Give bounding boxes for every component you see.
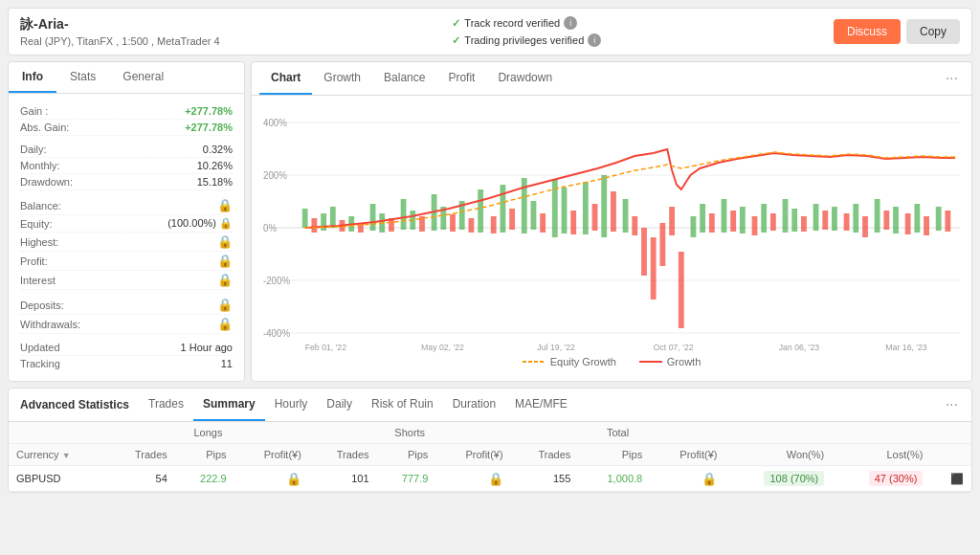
stats-tab-risk[interactable]: Risk of Ruin <box>362 388 443 421</box>
stats-tab-bar: Advanced Statistics Trades Summary Hourl… <box>9 388 971 422</box>
svg-rect-75 <box>893 207 899 233</box>
abs-gain-value: +277.78% <box>185 122 233 133</box>
col-longs-trades: Trades <box>107 444 175 466</box>
svg-rect-46 <box>601 175 607 237</box>
svg-text:May 02, '22: May 02, '22 <box>421 343 464 352</box>
svg-text:Jan 06, '23: Jan 06, '23 <box>779 343 819 352</box>
monthly-label: Monthly: <box>20 160 60 171</box>
monthly-value: 10.26% <box>197 160 233 171</box>
stats-tab-trades[interactable]: Trades <box>139 388 193 421</box>
chart-tab-growth[interactable]: Growth <box>312 62 372 95</box>
currency-cell: GBPUSD <box>9 466 107 492</box>
svg-rect-56 <box>700 204 705 233</box>
updated-label: Updated <box>20 342 60 353</box>
svg-rect-69 <box>832 207 837 231</box>
chart-legend: Equity Growth Growth <box>263 356 960 367</box>
tab-stats[interactable]: Stats <box>56 62 109 93</box>
stats-more-icon[interactable]: ··· <box>940 390 964 419</box>
svg-rect-71 <box>853 204 858 233</box>
svg-rect-65 <box>791 209 797 232</box>
header-left: 詠-Aria- Real (JPY), TitanFX , 1:500 , Me… <box>20 16 220 47</box>
chart-panel: Chart Growth Balance Profit Drawdown ··· <box>251 61 972 382</box>
svg-rect-37 <box>509 209 515 230</box>
chart-svg-container: 400% 200% 0% -200% -400% Feb 01, '22 May… <box>263 103 960 352</box>
svg-text:-400%: -400% <box>263 328 290 339</box>
shorts-profit-cell: 🔒 <box>435 466 510 492</box>
tracking-value: 11 <box>221 358 233 369</box>
won-cell: 108 (70%) <box>724 466 832 492</box>
gain-row: Gain : +277.78% <box>20 103 233 120</box>
highest-lock-icon: 🔒 <box>217 234 233 249</box>
col-total-profit: Profit(¥) <box>650 444 724 466</box>
profit-lock-icon: 🔒 <box>217 254 233 268</box>
trading-privileges-verified: ✓ Trading privileges verified i <box>452 33 601 47</box>
svg-rect-18 <box>321 213 326 231</box>
svg-rect-48 <box>623 199 629 233</box>
gain-value: +277.78% <box>185 105 233 117</box>
copy-button[interactable]: Copy <box>906 19 960 44</box>
svg-rect-53 <box>669 207 675 235</box>
updated-value: 1 Hour ago <box>181 342 233 353</box>
total-pips-cell: 1,000.8 <box>578 466 650 492</box>
chart-tab-chart[interactable]: Chart <box>259 62 312 95</box>
svg-rect-16 <box>302 209 308 228</box>
svg-rect-73 <box>875 199 880 233</box>
trading-privileges-info-icon[interactable]: i <box>588 33 601 47</box>
svg-rect-34 <box>478 189 483 233</box>
svg-rect-64 <box>783 199 789 233</box>
shorts-trades-cell: 101 <box>309 466 377 492</box>
stats-tab-mae[interactable]: MAE/MFE <box>505 388 577 421</box>
svg-rect-79 <box>936 207 942 231</box>
stats-tab-duration[interactable]: Duration <box>443 388 505 421</box>
svg-rect-54 <box>679 252 684 328</box>
svg-text:-200%: -200% <box>263 276 290 286</box>
won-badge: 108 (70%) <box>764 471 824 486</box>
svg-rect-19 <box>330 207 336 228</box>
lost-badge: 47 (30%) <box>869 471 924 486</box>
longs-pips-cell: 222.9 <box>175 466 234 492</box>
row-copy-icon[interactable]: ⬛ <box>930 466 971 492</box>
svg-rect-59 <box>730 211 736 232</box>
balance-lock-icon: 🔒 <box>217 198 233 212</box>
total-trades-cell: 155 <box>511 466 579 492</box>
total-profit-lock: 🔒 <box>702 472 717 486</box>
svg-rect-80 <box>945 211 950 232</box>
deposits-lock-icon: 🔒 <box>217 298 233 312</box>
tracking-label: Tracking <box>20 358 60 369</box>
drawdown-label: Drawdown: <box>20 176 73 188</box>
col-currency: Currency ▼ <box>9 444 107 466</box>
withdrawals-label: Withdrawals: <box>20 319 80 330</box>
svg-rect-62 <box>761 204 767 233</box>
lost-header-empty <box>832 422 930 444</box>
interest-lock-icon: 🔒 <box>217 273 233 287</box>
info-content: Gain : +277.78% Abs. Gain: +277.78% Dail… <box>9 94 244 381</box>
col-longs-profit: Profit(¥) <box>234 444 309 466</box>
stats-tab-summary[interactable]: Summary <box>193 388 265 421</box>
total-group-header: Total <box>511 422 725 444</box>
svg-text:Jul 19, '22: Jul 19, '22 <box>537 343 575 352</box>
tab-general[interactable]: General <box>109 62 177 93</box>
chart-area: 400% 200% 0% -200% -400% Feb 01, '22 May… <box>252 96 971 371</box>
header-center: ✓ Track record verified i ✓ Trading priv… <box>452 16 601 47</box>
tab-info[interactable]: Info <box>9 62 56 93</box>
chart-tab-balance[interactable]: Balance <box>372 62 436 95</box>
growth-legend-label: Growth <box>667 356 701 367</box>
currency-header <box>9 422 107 444</box>
svg-rect-70 <box>844 213 850 231</box>
stats-tab-hourly[interactable]: Hourly <box>265 388 318 421</box>
svg-rect-67 <box>813 204 819 231</box>
discuss-button[interactable]: Discuss <box>834 19 901 44</box>
left-panel: Info Stats General Gain : +277.78% Abs. … <box>8 61 245 382</box>
chart-tab-drawdown[interactable]: Drawdown <box>486 62 564 95</box>
chart-more-icon[interactable]: ··· <box>940 64 964 93</box>
track-record-info-icon[interactable]: i <box>564 16 577 30</box>
stats-tab-daily[interactable]: Daily <box>317 388 362 421</box>
col-won: Won(%) <box>724 444 832 466</box>
col-longs-pips: Pips <box>175 444 234 466</box>
growth-legend-icon <box>639 357 662 366</box>
chart-tab-profit[interactable]: Profit <box>436 62 486 95</box>
svg-rect-58 <box>722 199 727 233</box>
balance-row: Balance: 🔒 <box>20 196 233 215</box>
col-shorts-pips: Pips <box>377 444 436 466</box>
deposits-row: Deposits: 🔒 <box>20 296 233 315</box>
